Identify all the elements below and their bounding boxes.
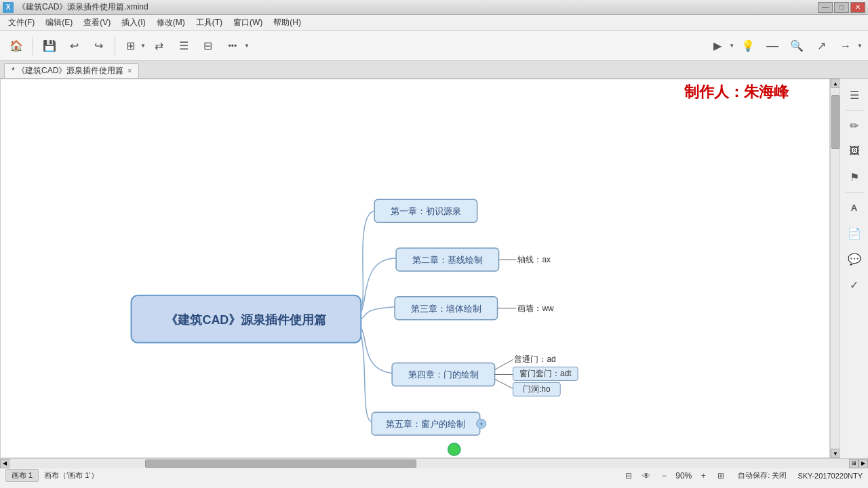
canvas-area[interactable]: 制作人：朱海峰 《建筑CAD》源泉插件使用篇 第一章：初识源泉 第二章：基线绘制… bbox=[0, 79, 830, 458]
more-group[interactable]: ••• ▼ bbox=[222, 35, 250, 57]
rp-note-button[interactable]: 📄 bbox=[844, 222, 865, 244]
scroll-track-h bbox=[9, 459, 849, 468]
present-arrow[interactable]: ▼ bbox=[729, 43, 734, 49]
scroll-thumb-h[interactable] bbox=[145, 460, 416, 468]
toolbar: 🏠 💾 ↩ ↪ ⊞ ▼ ⇄ ☰ ⊟ ••• ▼ ▶ ▼ 💡 — 🔍 ↗ → ▼ bbox=[0, 31, 868, 61]
format-button[interactable]: ⊞ bbox=[121, 35, 140, 57]
scroll-down-button[interactable]: ▼ bbox=[831, 449, 840, 458]
scroll-up-button[interactable]: ▲ bbox=[831, 79, 840, 88]
toolbar-right: ▶ ▼ 💡 — 🔍 ↗ → ▼ bbox=[707, 35, 863, 57]
tb-sep-2 bbox=[115, 37, 115, 56]
window-controls: — □ ✕ bbox=[818, 2, 865, 13]
fit-button[interactable]: ⊞ bbox=[715, 470, 727, 482]
scroll-left-button[interactable]: ◀ bbox=[0, 459, 9, 468]
maximize-button[interactable]: □ bbox=[834, 2, 849, 13]
more-label[interactable]: ••• bbox=[222, 35, 243, 57]
share-button[interactable]: ↗ bbox=[810, 35, 832, 57]
window-title: 《建筑CAD》源泉插件使用篇.xmind bbox=[18, 1, 818, 13]
rp-image-button[interactable]: 🖼 bbox=[844, 140, 865, 162]
export-group[interactable]: → ▼ bbox=[835, 35, 863, 57]
svg-text:普通门：ad: 普通门：ad bbox=[514, 354, 555, 364]
svg-text:第二章：基线绘制: 第二章：基线绘制 bbox=[412, 255, 483, 265]
canvas-info: 画布（'画布 1'） bbox=[44, 470, 98, 481]
svg-text:第五章：窗户的绘制: 第五章：窗户的绘制 bbox=[386, 419, 465, 429]
idea-button[interactable]: 💡 bbox=[737, 35, 759, 57]
svg-text:第三章：墙体绘制: 第三章：墙体绘制 bbox=[411, 304, 481, 314]
present-group[interactable]: ▶ ▼ bbox=[707, 35, 734, 57]
status-right: ⊟ 👁 − 90% + ⊞ 自动保存: 关闭 SKY-20170220NTY bbox=[623, 470, 863, 482]
more-arrow[interactable]: ▼ bbox=[244, 43, 250, 49]
menu-insert[interactable]: 插入(I) bbox=[116, 16, 151, 30]
menu-help[interactable]: 帮助(H) bbox=[268, 16, 307, 30]
svg-text:窗门套门：adt: 窗门套门：adt bbox=[519, 369, 572, 378]
tab-label: * 《建筑CAD》源泉插件使用篇 bbox=[12, 65, 123, 77]
app-icon: X bbox=[3, 2, 14, 13]
menu-view[interactable]: 查看(V) bbox=[78, 16, 116, 30]
eye-button[interactable]: 👁 bbox=[640, 470, 652, 482]
close-button[interactable]: ✕ bbox=[850, 2, 865, 13]
svg-text:门洞:ho: 门洞:ho bbox=[523, 384, 551, 394]
canvas-tab[interactable]: 画布 1 bbox=[5, 469, 39, 482]
format-group[interactable]: ⊞ ▼ bbox=[121, 35, 146, 57]
svg-text:轴线：ax: 轴线：ax bbox=[517, 255, 551, 264]
scroll-thumb-v[interactable] bbox=[831, 95, 840, 149]
zoom-button[interactable]: 🔍 bbox=[786, 35, 808, 57]
marker-button[interactable]: — bbox=[762, 35, 783, 57]
zoom-in-button[interactable]: + bbox=[697, 470, 709, 482]
tabbar: * 《建筑CAD》源泉插件使用篇 × bbox=[0, 61, 868, 79]
rp-sep-1 bbox=[845, 110, 864, 110]
right-panel: ☰ ✏ 🖼 ⚑ A 📄 💬 ✓ bbox=[840, 79, 868, 458]
redo-button[interactable]: ↪ bbox=[87, 35, 109, 57]
zoom-out-button[interactable]: − bbox=[658, 470, 670, 482]
rp-outline-button[interactable]: ☰ bbox=[844, 84, 865, 106]
zoom-level: 90% bbox=[675, 471, 692, 481]
rp-format-button[interactable]: ✏ bbox=[844, 115, 865, 136]
menu-modify[interactable]: 修改(M) bbox=[151, 16, 191, 30]
autosave-label: 自动保存: 关闭 bbox=[738, 470, 787, 481]
bottom-scrollbar: ◀ ⊞ ▶ bbox=[0, 458, 868, 468]
svg-text:第一章：初识源泉: 第一章：初识源泉 bbox=[391, 206, 461, 216]
export-button[interactable]: → bbox=[835, 35, 856, 57]
scroll-right-button[interactable]: ▶ bbox=[859, 459, 868, 468]
filter-button[interactable]: ⊟ bbox=[623, 470, 635, 482]
menu-edit[interactable]: 编辑(E) bbox=[40, 16, 78, 30]
scrollbar-vertical[interactable]: ▲ ▼ bbox=[830, 79, 840, 458]
scroll-grip[interactable]: ⊞ bbox=[849, 459, 859, 468]
home-button[interactable]: 🏠 bbox=[5, 35, 27, 57]
rp-flag-button[interactable]: ⚑ bbox=[844, 166, 865, 188]
menubar: 文件(F) 编辑(E) 查看(V) 插入(I) 修改(M) 工具(T) 窗口(W… bbox=[0, 15, 868, 31]
svg-text:+: + bbox=[479, 420, 484, 428]
rp-sep-2 bbox=[845, 192, 864, 192]
menu-file[interactable]: 文件(F) bbox=[3, 16, 40, 30]
format-arrow[interactable]: ▼ bbox=[140, 43, 146, 49]
svg-line-14 bbox=[495, 360, 513, 370]
scroll-track-v bbox=[831, 88, 840, 449]
titlebar: X 《建筑CAD》源泉插件使用篇.xmind — □ ✕ bbox=[0, 0, 868, 15]
switch-button[interactable]: ⇄ bbox=[149, 35, 170, 57]
svg-text:画墙：ww: 画墙：ww bbox=[517, 304, 554, 313]
rp-comment-button[interactable]: 💬 bbox=[844, 248, 865, 270]
save-button[interactable]: 💾 bbox=[39, 35, 60, 57]
statusbar: 画布 1 画布（'画布 1'） ⊟ 👁 − 90% + ⊞ 自动保存: 关闭 S… bbox=[0, 468, 868, 483]
tab-close-button[interactable]: × bbox=[127, 67, 132, 75]
present-button[interactable]: ▶ bbox=[707, 35, 728, 57]
menu-tools[interactable]: 工具(T) bbox=[191, 16, 228, 30]
outline-button[interactable]: ☰ bbox=[173, 35, 195, 57]
export-arrow[interactable]: ▼ bbox=[857, 43, 863, 49]
tb-sep-1 bbox=[33, 37, 33, 56]
undo-button[interactable]: ↩ bbox=[63, 35, 85, 57]
rp-task-button[interactable]: ✓ bbox=[844, 274, 865, 296]
svg-text:《建筑CAD》源泉插件使用篇: 《建筑CAD》源泉插件使用篇 bbox=[165, 313, 326, 327]
svg-text:第四章：门的绘制: 第四章：门的绘制 bbox=[408, 369, 479, 380]
minimize-button[interactable]: — bbox=[818, 2, 833, 13]
rp-text-button[interactable]: A bbox=[844, 197, 865, 218]
collapse-button[interactable]: ⊟ bbox=[197, 35, 219, 57]
mindmap-svg: 《建筑CAD》源泉插件使用篇 第一章：初识源泉 第二章：基线绘制 轴线：ax 第… bbox=[1, 79, 829, 458]
menu-window[interactable]: 窗口(W) bbox=[228, 16, 268, 30]
svg-point-26 bbox=[448, 443, 460, 455]
version-label: SKY-20170220NTY bbox=[797, 472, 863, 480]
tab-main[interactable]: * 《建筑CAD》源泉插件使用篇 × bbox=[4, 63, 139, 78]
svg-line-19 bbox=[495, 379, 513, 388]
